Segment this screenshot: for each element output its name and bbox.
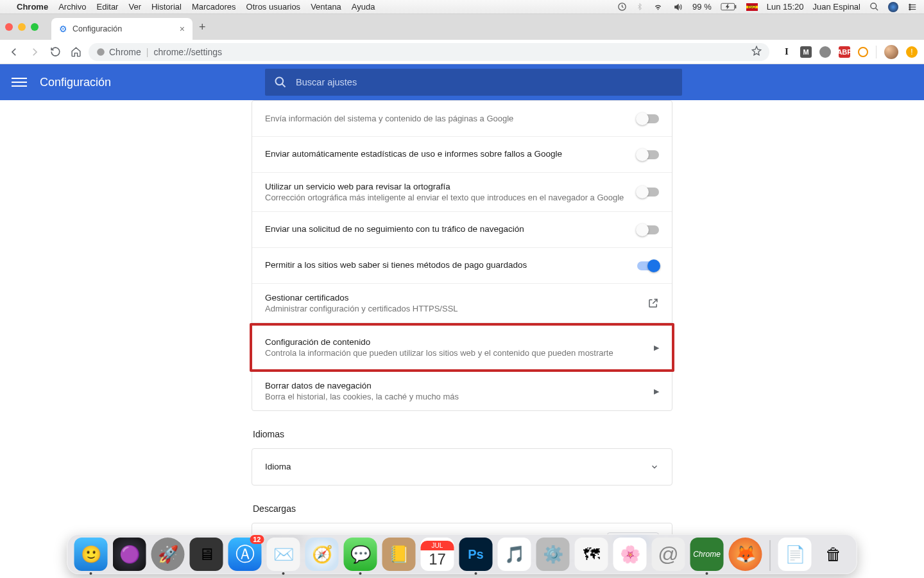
highlight-content-settings: Configuración de contenidoControla la in… bbox=[250, 323, 674, 372]
dock: 🙂 🟣 🚀 🖥 Ⓐ12 ✉️ 🧭 💬 📒 JUL17 Ps 🎵 ⚙️ 🗺 🌸 @… bbox=[67, 534, 857, 574]
chrome-toolbar: Chrome | chrome://settings I M ABP ! bbox=[0, 40, 924, 64]
svg-point-8 bbox=[909, 6, 911, 7]
toggle-do-not-track[interactable] bbox=[637, 225, 659, 234]
dock-photoshop[interactable]: Ps bbox=[459, 538, 493, 571]
dock-finder[interactable]: 🙂 bbox=[74, 538, 108, 571]
dock-calendar[interactable]: JUL17 bbox=[421, 538, 454, 571]
zoom-window-button[interactable] bbox=[31, 23, 38, 31]
browser-tab[interactable]: ⚙ Configuración × bbox=[51, 18, 193, 40]
notification-center-icon[interactable] bbox=[907, 3, 918, 12]
bookmark-star-icon[interactable] bbox=[751, 46, 762, 58]
dock-system-preferences[interactable]: ⚙️ bbox=[536, 538, 570, 571]
dock-mission-control[interactable]: 🖥 bbox=[190, 538, 223, 571]
reload-button[interactable] bbox=[47, 44, 63, 60]
battery-percent[interactable]: 99 % bbox=[692, 2, 712, 12]
tab-close-icon[interactable]: × bbox=[180, 24, 185, 34]
menu-historial[interactable]: Historial bbox=[151, 2, 182, 12]
row-usage-stats[interactable]: Enviar automáticamente estadísticas de u… bbox=[252, 137, 672, 173]
row-spellcheck[interactable]: Utilizar un servicio web para revisar la… bbox=[252, 173, 672, 212]
row-manage-certificates[interactable]: Gestionar certificadosAdministrar config… bbox=[252, 284, 672, 323]
spotlight-icon[interactable] bbox=[869, 2, 879, 12]
back-button[interactable] bbox=[6, 44, 22, 60]
row-safe-browsing[interactable]: Envía información del sistema y contenid… bbox=[252, 101, 672, 137]
address-bar[interactable]: Chrome | chrome://settings bbox=[89, 43, 769, 61]
toggle-spellcheck[interactable] bbox=[637, 188, 659, 197]
svg-point-7 bbox=[909, 4, 911, 5]
siri-icon[interactable] bbox=[888, 2, 898, 12]
menu-marcadores[interactable]: Marcadores bbox=[192, 2, 236, 12]
row-do-not-track[interactable]: Enviar una solicitud de no seguimiento c… bbox=[252, 212, 672, 248]
battery-icon[interactable] bbox=[721, 3, 737, 11]
tab-favicon-gear-icon: ⚙ bbox=[59, 24, 67, 34]
omnibox-origin: Chrome bbox=[109, 47, 141, 57]
timemachine-icon[interactable] bbox=[617, 2, 627, 12]
settings-menu-button[interactable] bbox=[12, 75, 27, 89]
dock-messages[interactable]: 💬 bbox=[344, 538, 377, 571]
dock-mail[interactable]: ✉️ bbox=[267, 538, 300, 571]
toggle-usage-stats[interactable] bbox=[637, 150, 659, 159]
toggle-payment-methods[interactable] bbox=[637, 261, 659, 270]
dock-mail-app[interactable]: @ bbox=[652, 538, 685, 571]
dock-maps[interactable]: 🗺 bbox=[575, 538, 608, 571]
input-flag-icon[interactable]: ISO bbox=[746, 3, 758, 11]
dock-siri[interactable]: 🟣 bbox=[113, 538, 146, 571]
extension-pocket-icon[interactable] bbox=[858, 47, 868, 57]
omnibox-url: chrome://settings bbox=[153, 47, 222, 57]
chrome-tabstrip: ⚙ Configuración × + bbox=[0, 14, 924, 40]
dock-itunes[interactable]: 🎵 bbox=[498, 538, 531, 571]
chevron-right-icon: ▶ bbox=[654, 344, 659, 352]
dock-launchpad[interactable]: 🚀 bbox=[151, 538, 185, 571]
row-payment-methods[interactable]: Permitir a los sitios web saber si tiene… bbox=[252, 248, 672, 284]
row-content-settings[interactable]: Configuración de contenidoControla la in… bbox=[252, 326, 672, 369]
menubar-clock[interactable]: Lun 15:20 bbox=[767, 2, 804, 12]
menu-editar[interactable]: Editar bbox=[96, 2, 118, 12]
svg-point-11 bbox=[276, 78, 284, 85]
home-button[interactable] bbox=[68, 44, 83, 60]
chevron-down-icon bbox=[650, 462, 659, 471]
forward-button bbox=[27, 44, 42, 60]
open-external-icon bbox=[647, 297, 659, 309]
extension-instapaper-icon[interactable]: I bbox=[781, 46, 792, 58]
tab-title: Configuración bbox=[73, 24, 122, 33]
chrome-alert-icon[interactable]: ! bbox=[906, 46, 918, 58]
row-language[interactable]: Idioma bbox=[252, 449, 672, 485]
menu-otros-usuarios[interactable]: Otros usuarios bbox=[246, 2, 301, 12]
dock-safari[interactable]: 🧭 bbox=[305, 538, 339, 571]
settings-content: Envía información del sistema y contenid… bbox=[0, 100, 924, 578]
chevron-right-icon: ▶ bbox=[654, 387, 659, 396]
dock-contacts[interactable]: 📒 bbox=[382, 538, 416, 571]
dock-firefox[interactable]: 🦊 bbox=[729, 538, 762, 571]
window-controls bbox=[5, 23, 38, 31]
dock-photos[interactable]: 🌸 bbox=[613, 538, 647, 571]
menubar-user[interactable]: Juan Espinal bbox=[813, 2, 860, 12]
dock-appstore[interactable]: Ⓐ12 bbox=[228, 538, 262, 571]
menu-archivo[interactable]: Archivo bbox=[58, 2, 86, 12]
svg-point-3 bbox=[871, 3, 877, 9]
menu-ver[interactable]: Ver bbox=[128, 2, 141, 12]
bluetooth-icon[interactable] bbox=[636, 2, 644, 12]
row-clear-browsing-data[interactable]: Borrar datos de navegaciónBorra el histo… bbox=[252, 372, 672, 410]
settings-search-input[interactable] bbox=[296, 77, 673, 87]
search-icon bbox=[274, 76, 287, 89]
dock-chrome[interactable]: Chrome bbox=[690, 538, 724, 571]
minimize-window-button[interactable] bbox=[18, 23, 26, 31]
settings-search[interactable] bbox=[265, 69, 682, 96]
settings-header: Configuración bbox=[0, 64, 924, 100]
menu-ayuda[interactable]: Ayuda bbox=[352, 2, 375, 12]
extension-gmail-icon[interactable]: M bbox=[800, 46, 812, 58]
extension-adblock-icon[interactable]: ABP bbox=[839, 46, 850, 58]
dock-downloads[interactable]: 📄 bbox=[778, 538, 812, 571]
new-tab-button[interactable]: + bbox=[199, 21, 206, 34]
dock-trash[interactable]: 🗑 bbox=[817, 538, 850, 571]
privacy-card: Envía información del sistema y contenid… bbox=[252, 100, 672, 411]
extension-grammarly-icon[interactable] bbox=[819, 46, 831, 58]
menubar-app[interactable]: Chrome bbox=[17, 2, 48, 12]
svg-rect-2 bbox=[735, 5, 736, 8]
settings-title: Configuración bbox=[40, 76, 111, 89]
close-window-button[interactable] bbox=[5, 23, 13, 31]
volume-icon[interactable] bbox=[672, 3, 683, 12]
profile-avatar[interactable] bbox=[884, 45, 898, 59]
toggle-safe-browsing[interactable] bbox=[637, 114, 659, 123]
menu-ventana[interactable]: Ventana bbox=[311, 2, 341, 12]
wifi-icon[interactable] bbox=[653, 3, 663, 12]
